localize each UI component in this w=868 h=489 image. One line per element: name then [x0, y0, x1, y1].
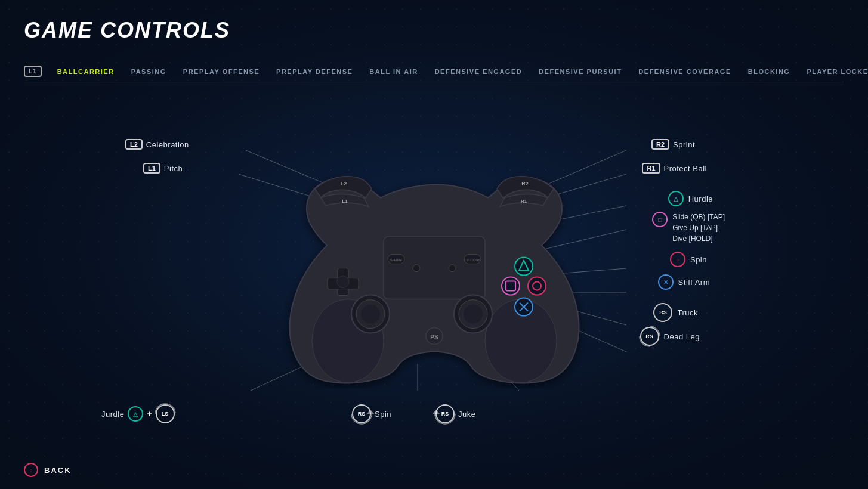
svg-text:PS: PS: [430, 334, 438, 341]
svg-point-44: [413, 265, 420, 272]
svg-point-34: [464, 305, 483, 324]
label-dead-leg: RS Dead Leg: [640, 327, 700, 346]
controls-area: PS L2 R2 L1 R1 SHARE OPTIONS: [0, 95, 868, 441]
tab-player-locked-rec[interactable]: PLAYER LOCKED REC R1: [798, 68, 868, 75]
cross-btn: ✕: [658, 274, 674, 290]
label-stiff-arm: ✕ Stiff Arm: [658, 274, 710, 290]
l2-badge: L2: [125, 139, 143, 150]
triangle-btn-hurdle: △: [668, 191, 684, 206]
l1-badge: L1: [143, 163, 160, 174]
triangle-btn-jurdle: △: [128, 406, 143, 422]
svg-text:L1: L1: [342, 199, 348, 204]
tab-defensive-pursuit[interactable]: DEFENSIVE PURSUIT: [530, 68, 630, 75]
nav-l1-badge: L1: [24, 66, 42, 77]
svg-text:L2: L2: [340, 181, 347, 187]
label-jurdle: Jurdle △ + LS: [101, 404, 175, 423]
back-bar: ○ BACK: [24, 463, 72, 477]
controller-svg: PS L2 R2 L1 R1 SHARE OPTIONS: [255, 138, 613, 389]
page-title: GAME CONTROLS: [24, 18, 230, 43]
svg-marker-47: [433, 410, 440, 414]
tab-passing[interactable]: PASSING: [123, 68, 175, 75]
rs-btn-truck: RS: [653, 303, 672, 322]
svg-text:R2: R2: [521, 181, 529, 187]
label-pitch: Pitch L1: [143, 163, 183, 174]
r2-badge: R2: [651, 139, 669, 150]
label-protect-ball: R1 Protect Ball: [642, 163, 707, 174]
r1-badge: R1: [642, 163, 660, 174]
circle-btn-spin: ○: [670, 252, 685, 267]
label-juke: RS Juke: [435, 404, 475, 423]
back-label[interactable]: BACK: [44, 466, 72, 475]
label-giveup-text: Give Up [TAP]: [672, 222, 725, 233]
svg-point-37: [502, 277, 520, 295]
svg-point-39: [528, 277, 546, 295]
back-button-icon[interactable]: ○: [24, 463, 38, 477]
tab-blocking[interactable]: BLOCKING: [740, 68, 799, 75]
svg-point-24: [337, 276, 349, 288]
tab-defensive-coverage[interactable]: DEFENSIVE COVERAGE: [630, 68, 739, 75]
svg-point-45: [449, 265, 456, 272]
label-rs-spin: RS Spin: [352, 404, 391, 423]
nav-bar: L1 BALLCARRIER PASSING PREPLAY OFFENSE P…: [24, 66, 844, 82]
label-dive-text: Dive [HOLD]: [672, 233, 725, 244]
svg-point-31: [361, 305, 380, 324]
label-sprint: R2 Sprint: [651, 139, 695, 150]
svg-text:R1: R1: [520, 199, 527, 204]
square-btn: □: [652, 212, 668, 227]
label-truck: RS Truck: [653, 303, 698, 322]
label-hurdle: △ Hurdle: [668, 191, 713, 206]
svg-marker-46: [367, 410, 374, 414]
label-celebration: Celebration L2: [125, 139, 189, 150]
svg-text:OPTIONS: OPTIONS: [464, 258, 480, 262]
tab-preplay-defense[interactable]: PREPLAY DEFENSE: [268, 68, 361, 75]
label-spin: ○ Spin: [670, 252, 707, 267]
tab-ballcarrier[interactable]: BALLCARRIER: [49, 68, 123, 75]
label-slide: □ Slide (QB) [TAP] Give Up [TAP] Dive [H…: [652, 212, 725, 244]
tab-ball-in-air[interactable]: BALL IN AIR: [361, 68, 426, 75]
svg-text:SHARE: SHARE: [390, 258, 402, 262]
tab-preplay-offense[interactable]: PREPLAY OFFENSE: [175, 68, 268, 75]
svg-rect-13: [384, 237, 485, 299]
tab-defensive-engaged[interactable]: DEFENSIVE ENGAGED: [427, 68, 531, 75]
label-slide-text: Slide (QB) [TAP]: [672, 212, 725, 222]
